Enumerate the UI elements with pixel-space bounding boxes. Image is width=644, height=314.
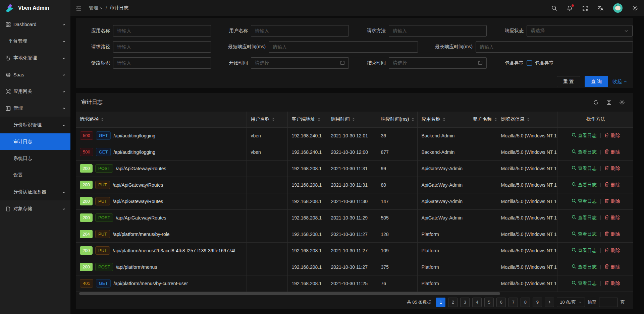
column-header-请求路径[interactable]: 请求路径 bbox=[76, 112, 247, 127]
app-logo[interactable]: Vben Admin bbox=[0, 0, 70, 16]
view-log-button[interactable]: 查看日志 bbox=[572, 248, 597, 254]
method-badge: GET bbox=[96, 148, 111, 156]
sidebar-item-身份标识管理[interactable]: 身份标识管理 bbox=[0, 117, 70, 133]
table-settings-icon[interactable] bbox=[619, 100, 625, 105]
next-page-button[interactable] bbox=[545, 298, 554, 307]
sidebar-item-Saas[interactable]: Saas bbox=[0, 66, 70, 83]
最短响应时间(ms)-input[interactable] bbox=[269, 41, 418, 53]
column-header-租户名称[interactable]: 租户名称 bbox=[469, 112, 497, 127]
sidebar-item-系统日志[interactable]: 系统日志 bbox=[0, 150, 70, 167]
method-badge: GET bbox=[96, 131, 111, 140]
delete-button[interactable]: 删除 bbox=[604, 182, 620, 188]
delete-button[interactable]: 删除 bbox=[604, 198, 620, 204]
sidebar-item-label: 系统日志 bbox=[13, 155, 66, 162]
column-header-客户端地址[interactable]: 客户端地址 bbox=[287, 112, 327, 127]
view-log-button[interactable]: 查看日志 bbox=[572, 264, 597, 270]
checkbox-text: 包含异常 bbox=[535, 60, 554, 66]
sort-icon[interactable] bbox=[352, 118, 355, 121]
page-button-4[interactable]: 4 bbox=[472, 298, 482, 307]
delete-button[interactable]: 删除 bbox=[604, 166, 620, 172]
sort-icon[interactable] bbox=[527, 118, 530, 121]
search-icon[interactable] bbox=[551, 5, 557, 11]
sort-icon[interactable] bbox=[318, 118, 320, 121]
sort-icon[interactable] bbox=[412, 118, 414, 121]
page-size-select[interactable]: 10 条/页 bbox=[557, 298, 585, 307]
column-header-用户名称[interactable]: 用户名称 bbox=[247, 112, 287, 127]
sidebar-item-审计日志[interactable]: 审计日志 bbox=[0, 133, 70, 150]
scrollbar-thumb[interactable] bbox=[79, 292, 500, 295]
sort-icon[interactable] bbox=[494, 118, 497, 121]
sidebar-item-管理[interactable]: 管理 bbox=[0, 100, 70, 117]
最长响应时间(ms)-input[interactable] bbox=[476, 41, 633, 53]
delete-button[interactable]: 删除 bbox=[604, 264, 620, 270]
sidebar-item-平台管理[interactable]: 平台管理 bbox=[0, 33, 70, 50]
view-log-button[interactable]: 查看日志 bbox=[572, 166, 597, 172]
page-button-6[interactable]: 6 bbox=[496, 298, 506, 307]
sort-icon[interactable] bbox=[272, 118, 275, 121]
client-ip: 192.168.208.1 bbox=[287, 193, 327, 209]
column-header-响应时间(ms)[interactable]: 响应时间(ms) bbox=[377, 112, 417, 127]
用户名称-input[interactable] bbox=[251, 25, 349, 37]
page-button-2[interactable]: 2 bbox=[448, 298, 458, 307]
page-button-8[interactable]: 8 bbox=[521, 298, 530, 307]
delete-button[interactable]: 删除 bbox=[604, 231, 620, 237]
delete-button[interactable]: 删除 bbox=[604, 248, 620, 254]
view-log-button[interactable]: 查看日志 bbox=[572, 198, 597, 204]
field-label: 开始时间 bbox=[219, 60, 251, 66]
sidebar-item-对象存储[interactable]: 对象存储 bbox=[0, 200, 70, 217]
sidebar-item-Dashboard[interactable]: Dashboard bbox=[0, 16, 70, 33]
delete-button[interactable]: 删除 bbox=[604, 280, 620, 287]
view-log-button[interactable]: 查看日志 bbox=[572, 149, 597, 155]
notification-bell-icon[interactable] bbox=[567, 5, 573, 11]
请求方法-input[interactable] bbox=[389, 25, 487, 37]
column-header-应用名称[interactable]: 应用名称 bbox=[417, 112, 469, 127]
page-button-7[interactable]: 7 bbox=[508, 298, 518, 307]
client-ip: 192.168.208.1 bbox=[287, 209, 327, 226]
tenant-name bbox=[469, 242, 497, 259]
view-log-button[interactable]: 查看日志 bbox=[572, 182, 597, 188]
delete-button[interactable]: 删除 bbox=[604, 133, 620, 139]
响应状态-select[interactable]: 请选择 bbox=[527, 25, 633, 37]
column-header-调用时间[interactable]: 调用时间 bbox=[327, 112, 377, 127]
delete-button[interactable]: 删除 bbox=[604, 149, 620, 155]
delete-button[interactable]: 删除 bbox=[604, 215, 620, 221]
sidebar-item-本地化管理[interactable]: 本地化管理 bbox=[0, 50, 70, 66]
breadcrumb-section[interactable]: 管理 bbox=[89, 5, 103, 11]
page-button-3[interactable]: 3 bbox=[460, 298, 470, 307]
应用名称-input[interactable] bbox=[113, 25, 211, 37]
include-exception-checkbox[interactable] bbox=[527, 60, 532, 66]
开始时间-datepicker[interactable]: 请选择 bbox=[251, 57, 349, 69]
page-button-9[interactable]: 9 bbox=[533, 298, 542, 307]
sidebar-item-身份认证服务器[interactable]: 身份认证服务器 bbox=[0, 184, 70, 200]
column-header-浏览器信息[interactable]: 浏览器信息 bbox=[497, 112, 557, 127]
search-icon bbox=[572, 248, 576, 253]
view-log-button[interactable]: 查看日志 bbox=[572, 215, 597, 221]
sidebar-item-应用网关[interactable]: 应用网关 bbox=[0, 83, 70, 100]
view-log-button[interactable]: 查看日志 bbox=[572, 280, 597, 287]
method-badge: POST bbox=[95, 164, 113, 173]
sort-icon[interactable] bbox=[101, 118, 104, 121]
view-log-button[interactable]: 查看日志 bbox=[572, 133, 597, 139]
refresh-icon[interactable] bbox=[593, 100, 599, 105]
sidebar-item-设置[interactable]: 设置 bbox=[0, 167, 70, 184]
translate-icon[interactable] bbox=[598, 5, 603, 11]
链路标识-input[interactable] bbox=[113, 57, 211, 69]
结束时间-datepicker[interactable]: 请选择 bbox=[389, 57, 487, 69]
collapse-link[interactable]: 收起 bbox=[612, 79, 627, 85]
sort-icon[interactable] bbox=[443, 118, 445, 121]
menu-fold-icon[interactable] bbox=[76, 5, 82, 11]
jump-page-input[interactable] bbox=[599, 298, 618, 307]
gear-icon[interactable] bbox=[632, 5, 638, 11]
reset-button[interactable]: 重 置 bbox=[557, 76, 580, 87]
query-button[interactable]: 查 询 bbox=[585, 76, 608, 87]
column-height-icon[interactable] bbox=[606, 100, 612, 105]
page-button-1[interactable]: 1 bbox=[436, 298, 445, 307]
view-log-button[interactable]: 查看日志 bbox=[572, 231, 597, 237]
chevron-down-icon bbox=[624, 28, 629, 33]
请求路径-input[interactable] bbox=[113, 41, 211, 53]
action-divider bbox=[600, 150, 601, 154]
avatar[interactable] bbox=[613, 3, 623, 13]
sidebar-item-label: 对象存储 bbox=[13, 206, 62, 212]
fullscreen-icon[interactable] bbox=[582, 5, 588, 11]
page-button-5[interactable]: 5 bbox=[484, 298, 494, 307]
